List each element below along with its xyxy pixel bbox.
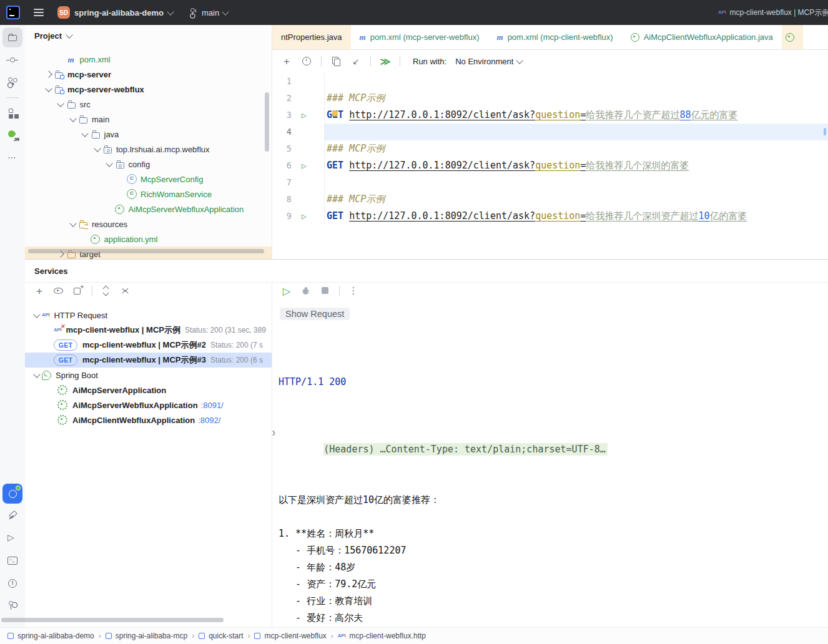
services-item-AiMcpServerApplication[interactable]: AiMcpServerApplication — [25, 383, 272, 398]
editor-line-9[interactable]: 9▷GET http://127.0.0.1:8092/client/ask?q… — [272, 208, 828, 225]
project-vertical-scrollbar[interactable] — [265, 92, 269, 152]
breadcrumb-item[interactable]: quick-start — [199, 632, 243, 640]
chevron-right-icon[interactable] — [45, 71, 52, 77]
editor-content[interactable]: 12### MCP示例3▷GET http://127.0.0.1:8092/c… — [272, 73, 828, 225]
open-new-icon[interactable] — [72, 285, 84, 296]
project-selector[interactable]: SD spring-ai-alibaba-demo — [57, 6, 173, 19]
services-item-mcp-client-webflux-MCP-[interactable]: API✕mcp-client-webflux | MCP示例Status: 20… — [25, 323, 272, 338]
activity-item-git[interactable] — [2, 596, 22, 616]
run-request-icon[interactable]: ▷ — [298, 208, 310, 225]
chevron-down-icon[interactable] — [94, 145, 101, 152]
editor-line-4[interactable]: 4 — [272, 124, 828, 140]
services-item-AiMcpClientWebfluxApplication[interactable]: AiMcpClientWebfluxApplication:8092/ — [25, 412, 272, 427]
toolbar-separator — [339, 286, 340, 296]
activity-item-services[interactable] — [2, 484, 22, 504]
activity-item-more-h[interactable] — [2, 148, 22, 168]
runplay-icon[interactable] — [281, 285, 292, 296]
services-item-AiMcpServerWebfluxApplication[interactable]: AiMcpServerWebfluxApplication:8091/ — [25, 398, 272, 412]
response-body-line: 以下是深圳资产超过10亿的富婆推荐： — [278, 492, 828, 509]
editor-line-3[interactable]: 3▷GET http://127.0.0.1:8092/client/ask?q… — [272, 107, 828, 124]
more-vert-icon[interactable] — [348, 285, 359, 296]
intention-bulb-icon[interactable] — [332, 110, 338, 116]
activity-item-problems[interactable] — [2, 573, 22, 593]
run-request-icon[interactable]: ▷ — [298, 107, 310, 124]
chevron-down-icon[interactable] — [69, 115, 76, 122]
services-horizontal-scrollbar[interactable] — [1, 618, 224, 622]
tree-item-mcp-server-webflux[interactable]: mcp-server-webflux — [25, 82, 272, 97]
editor-line-2[interactable]: 2### MCP示例 — [272, 90, 828, 107]
show-request-chip[interactable]: Show Request — [280, 308, 350, 320]
chevron-down-icon[interactable] — [33, 371, 40, 378]
chevron-down-icon[interactable] — [69, 220, 76, 227]
environment-selector[interactable]: No Environment — [455, 57, 522, 66]
add-icon[interactable] — [281, 56, 292, 67]
breadcrumb-item[interactable]: spring-ai-alibaba-demo — [7, 632, 94, 640]
tree-item-config[interactable]: config — [25, 157, 272, 172]
port-link[interactable]: :8091/ — [201, 401, 224, 410]
activity-item-commit[interactable] — [2, 50, 22, 70]
activity-item-build[interactable] — [2, 506, 22, 526]
project-horizontal-scrollbar[interactable] — [28, 249, 264, 253]
port-link[interactable]: :8092/ — [198, 416, 220, 425]
project-panel-header[interactable]: Project — [34, 31, 72, 41]
editor-tab-2[interactable]: mpom.xml (mcp-server-webflux) — [351, 25, 488, 49]
editor-line-6[interactable]: 6▷GET http://127.0.0.1:8092/client/ask?q… — [272, 157, 828, 174]
stop-icon[interactable] — [320, 285, 331, 296]
open-log-icon[interactable] — [350, 56, 362, 67]
main-menu-icon[interactable] — [34, 9, 44, 16]
breadcrumb-item[interactable]: spring-ai-alibaba-mcp — [106, 632, 187, 640]
editor-line-7[interactable]: 7 — [272, 174, 828, 191]
editor-line-1[interactable]: 1 — [272, 73, 828, 90]
collapse-all-icon[interactable] — [120, 285, 131, 296]
editor-tab-5[interactable] — [782, 25, 803, 49]
activity-item-run[interactable] — [2, 529, 22, 549]
fold-arrow-icon[interactable]: ❯ — [272, 424, 276, 441]
tree-item-AiMcpServerWebfluxApplication[interactable]: AiMcpServerWebfluxApplication — [25, 202, 272, 217]
services-item-mcp-client-webflux-MCP-2[interactable]: GETmcp-client-webflux | MCP示例#2Status: 2… — [25, 338, 272, 353]
copy-icon[interactable] — [330, 56, 342, 67]
response-console[interactable]: HTTP/1.1 200 ❯(Headers) …Content-Type: t… — [278, 340, 828, 628]
add-icon[interactable] — [34, 285, 45, 296]
tree-item-java[interactable]: java — [25, 127, 272, 142]
tree-item-mcp-server[interactable]: mcp-server — [25, 67, 272, 82]
activity-item-jrebel[interactable] — [2, 125, 22, 145]
git-branch-selector[interactable]: main — [189, 8, 228, 17]
expand-all-icon[interactable] — [101, 285, 112, 296]
run-request-icon[interactable]: ▷ — [298, 157, 310, 174]
tree-item-pom.xml[interactable]: mpom.xml — [25, 52, 272, 67]
breadcrumb-item[interactable]: APImcp-client-webflux.http — [338, 632, 426, 640]
services-item-HTTP-Request[interactable]: APIHTTP Request — [25, 308, 272, 323]
editor-line-5[interactable]: 5### MCP示例 — [272, 140, 828, 157]
chevron-down-icon[interactable] — [106, 160, 112, 167]
chevron-down-icon[interactable] — [57, 100, 64, 107]
services-item-mcp-client-webflux-MCP-3[interactable]: GETmcp-client-webflux | MCP示例#3Status: 2… — [25, 353, 272, 368]
services-item-Spring-Boot[interactable]: Spring Boot — [25, 368, 272, 383]
activity-item-project[interactable] — [2, 27, 22, 47]
debug-icon[interactable] — [300, 285, 312, 296]
editor-line-8[interactable]: 8### MCP示例 — [272, 191, 828, 208]
tree-item-application.yml[interactable]: application.yml — [25, 232, 272, 246]
chevron-down-icon[interactable] — [45, 85, 52, 92]
run-configuration[interactable]: API mcp-client-webflux | MCP示例 — [718, 0, 828, 25]
tree-item-src[interactable]: src — [25, 97, 272, 112]
tree-item-top.lrshuai.ai.mcp.webflux[interactable]: top.lrshuai.ai.mcp.webflux — [25, 142, 272, 157]
history-icon[interactable] — [301, 56, 312, 67]
activity-item-vcs[interactable] — [2, 72, 22, 92]
editor-tab-4[interactable]: AiMcpClientWebfluxApplication.java — [622, 25, 782, 49]
chevron-down-icon[interactable] — [33, 311, 40, 318]
activity-item-terminal[interactable] — [2, 551, 22, 571]
tree-item-resources[interactable]: resources — [25, 217, 272, 232]
tree-item-RichWomanService[interactable]: CRichWomanService — [25, 187, 272, 202]
services-title[interactable]: Services — [34, 266, 68, 276]
tree-item-label: pom.xml — [80, 55, 111, 64]
breadcrumb-item[interactable]: mcp-client-webflux — [254, 632, 326, 640]
tree-item-McpServerConfig[interactable]: CMcpServerConfig — [25, 172, 272, 187]
run-all-icon[interactable] — [380, 56, 391, 67]
activity-item-structure[interactable] — [2, 103, 22, 123]
chevron-down-icon[interactable] — [81, 130, 88, 137]
response-headers-line[interactable]: ❯(Headers) …Content-Type: text/plain;cha… — [278, 424, 828, 441]
tree-item-main[interactable]: main — [25, 112, 272, 127]
editor-tab-3[interactable]: mpom.xml (mcp-client-webflux) — [488, 25, 622, 49]
editor-tab-1[interactable]: ntProperties.java — [272, 25, 351, 49]
eye-icon[interactable] — [53, 285, 64, 296]
